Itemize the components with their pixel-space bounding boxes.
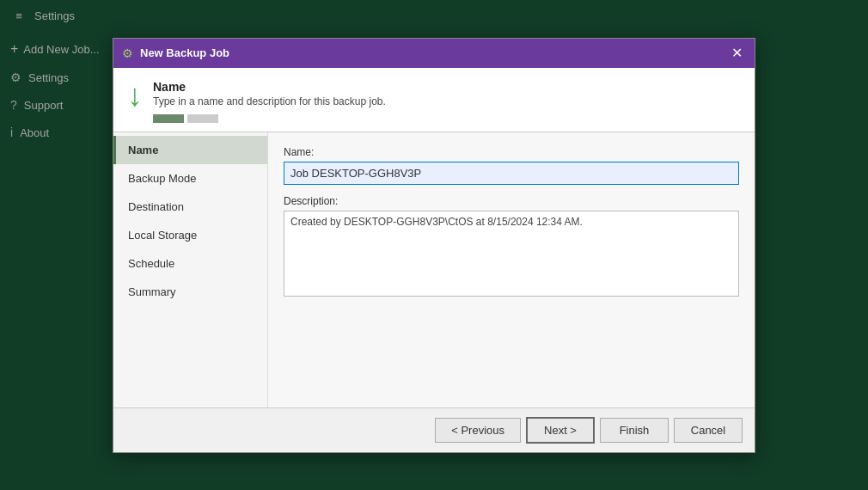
dialog-title-icon: ⚙ bbox=[122, 46, 133, 60]
app-window: ≡ Settings + Add New Job... ⚙ Settings ?… bbox=[0, 0, 868, 490]
progress-segment-2 bbox=[187, 114, 218, 123]
main-layout: + Add New Job... ⚙ Settings ? Support i … bbox=[0, 31, 868, 490]
step-nav-local-storage[interactable]: Local Storage bbox=[113, 221, 267, 249]
cancel-button[interactable]: Cancel bbox=[674, 418, 743, 443]
progress-bar bbox=[153, 114, 386, 123]
dialog-title: New Backup Job bbox=[140, 46, 728, 59]
description-field-group: Description: Created by DESKTOP-GGH8V3P\… bbox=[284, 195, 739, 299]
step-nav-destination[interactable]: Destination bbox=[113, 193, 267, 221]
dialog-footer: < Previous Next > Finish Cancel bbox=[113, 407, 755, 452]
next-button[interactable]: Next > bbox=[526, 417, 595, 444]
new-backup-job-dialog: ⚙ New Backup Job ✕ ↓ Name Type in a name… bbox=[113, 38, 755, 453]
description-textarea[interactable]: Created by DESKTOP-GGH8V3P\CtOS at 8/15/… bbox=[284, 211, 739, 297]
step-nav-schedule[interactable]: Schedule bbox=[113, 249, 267, 278]
finish-button[interactable]: Finish bbox=[600, 418, 669, 443]
name-input[interactable] bbox=[284, 162, 739, 185]
previous-button[interactable]: < Previous bbox=[435, 418, 521, 443]
dialog-close-button[interactable]: ✕ bbox=[728, 45, 746, 62]
description-label: Description: bbox=[284, 195, 739, 207]
step-icon: ↓ bbox=[127, 80, 143, 111]
step-nav: Name Backup Mode Destination Local Stora… bbox=[113, 132, 268, 407]
step-nav-name[interactable]: Name bbox=[113, 136, 267, 164]
dialog-header-content: Name Type in a name and description for … bbox=[153, 80, 386, 123]
step-title: Name bbox=[153, 80, 386, 94]
step-nav-summary[interactable]: Summary bbox=[113, 278, 267, 306]
dialog-header: ↓ Name Type in a name and description fo… bbox=[113, 68, 755, 132]
form-area: Name: Description: Created by DESKTOP-GG… bbox=[268, 132, 755, 407]
dialog-body: Name Backup Mode Destination Local Stora… bbox=[113, 132, 755, 407]
name-label: Name: bbox=[284, 146, 739, 158]
modal-overlay: ⚙ New Backup Job ✕ ↓ Name Type in a name… bbox=[0, 31, 868, 490]
step-nav-backup-mode[interactable]: Backup Mode bbox=[113, 164, 267, 193]
step-description: Type in a name and description for this … bbox=[153, 95, 386, 107]
progress-segment-1 bbox=[153, 114, 184, 123]
name-field-group: Name: bbox=[284, 146, 739, 185]
dialog-titlebar: ⚙ New Backup Job ✕ bbox=[113, 39, 755, 68]
